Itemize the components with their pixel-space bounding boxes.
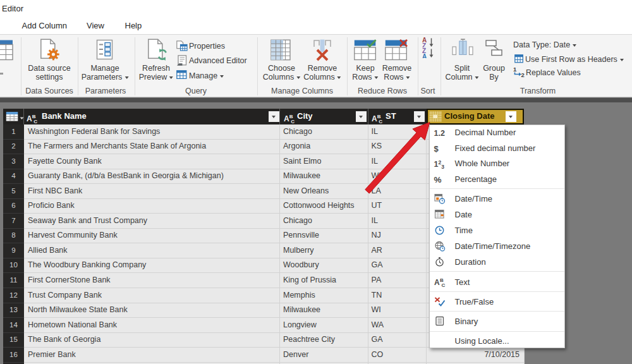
svg-text:A: A (422, 53, 427, 59)
svg-text:C: C (441, 282, 445, 287)
svg-text:A: A (434, 277, 440, 286)
svg-text:C: C (291, 119, 295, 123)
svg-text:C: C (33, 119, 37, 123)
svg-text:C: C (379, 119, 382, 123)
svg-text:2: 2 (521, 71, 525, 77)
svg-text:A: A (284, 114, 289, 123)
svg-text:A: A (27, 114, 32, 123)
svg-text:1: 1 (513, 66, 517, 73)
svg-text:Z: Z (422, 42, 426, 48)
svg-text:A: A (372, 114, 377, 123)
